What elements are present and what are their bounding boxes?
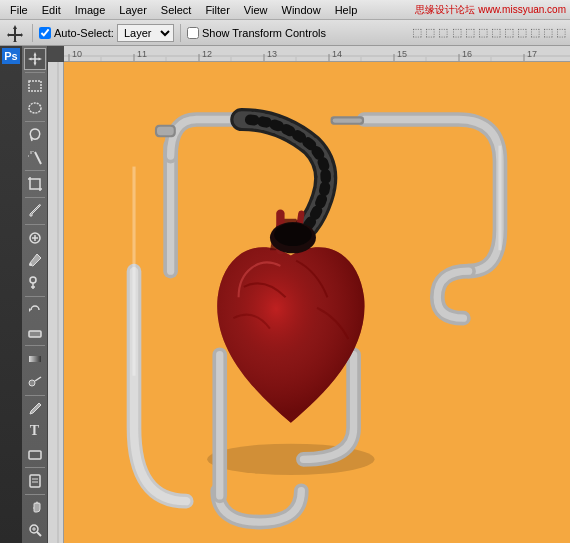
canvas-inner: 10 11 12 13 14 15 16 17 [48, 46, 570, 543]
tool-move[interactable] [24, 48, 46, 70]
svg-rect-52 [48, 62, 64, 543]
svg-rect-19 [30, 475, 40, 487]
svg-point-13 [30, 277, 36, 283]
tool-dodge[interactable] [24, 371, 46, 393]
menu-layer[interactable]: Layer [113, 3, 153, 17]
menu-help[interactable]: Help [329, 3, 364, 17]
tool-clone-stamp[interactable] [24, 272, 46, 294]
menu-filter[interactable]: Filter [199, 3, 235, 17]
tool-sep-9 [25, 467, 45, 468]
auto-select-dropdown[interactable]: Layer Group [117, 24, 174, 42]
tool-lasso[interactable] [24, 124, 46, 146]
artwork-svg [64, 62, 570, 543]
svg-rect-18 [29, 451, 41, 459]
svg-rect-65 [333, 118, 362, 122]
svg-rect-14 [29, 331, 41, 337]
transform-controls: ⬚ ⬚ ⬚ ⬚ ⬚ ⬚ ⬚ ⬚ ⬚ ⬚ ⬚ ⬚ [412, 26, 566, 39]
svg-text:12: 12 [202, 49, 212, 59]
tool-sep-1 [25, 72, 45, 73]
ps-panel: Ps [0, 46, 22, 543]
svg-text:15: 15 [397, 49, 407, 59]
tool-text[interactable]: T [24, 420, 46, 442]
svg-text:14: 14 [332, 49, 342, 59]
tool-sep-3 [25, 170, 45, 171]
svg-line-5 [35, 152, 41, 164]
tool-shape[interactable] [24, 443, 46, 465]
tool-rect-marquee[interactable] [24, 75, 46, 97]
menu-window[interactable]: Window [276, 3, 327, 17]
tool-eraser[interactable] [24, 322, 46, 344]
ruler-horizontal: 10 11 12 13 14 15 16 17 [64, 46, 570, 62]
svg-text:16: 16 [462, 49, 472, 59]
tool-zoom[interactable] [24, 519, 46, 541]
svg-rect-59 [157, 127, 174, 135]
svg-marker-0 [7, 25, 23, 42]
svg-marker-1 [28, 52, 42, 66]
svg-rect-15 [29, 356, 41, 362]
canvas-wrapper: 10 11 12 13 14 15 16 17 [48, 46, 570, 543]
auto-select-label: Auto-Select: [54, 27, 114, 39]
ruler-vertical [48, 62, 64, 543]
tool-eyedropper[interactable] [24, 200, 46, 222]
menu-view[interactable]: View [238, 3, 274, 17]
tool-sep-10 [25, 494, 45, 495]
menu-edit[interactable]: Edit [36, 3, 67, 17]
menu-image[interactable]: Image [69, 3, 112, 17]
toolbar-separator-2 [180, 24, 181, 42]
tool-magic-wand[interactable] [24, 147, 46, 169]
svg-text:10: 10 [72, 49, 82, 59]
tool-ellipse-marquee[interactable] [24, 97, 46, 119]
tool-history-brush[interactable] [24, 299, 46, 321]
menu-file[interactable]: File [4, 3, 34, 17]
ps-logo: Ps [2, 48, 20, 64]
menu-select[interactable]: Select [155, 3, 198, 17]
tool-notes[interactable] [24, 470, 46, 492]
auto-select-container: Auto-Select: Layer Group [39, 24, 174, 42]
tool-sep-7 [25, 345, 45, 346]
tool-healing[interactable] [24, 227, 46, 249]
svg-text:11: 11 [137, 49, 147, 59]
menu-bar: File Edit Image Layer Select Filter View… [0, 0, 570, 20]
svg-line-24 [37, 532, 41, 536]
tool-crop[interactable] [24, 173, 46, 195]
tool-sep-2 [25, 121, 45, 122]
tools-panel: T [22, 46, 48, 543]
svg-line-4 [31, 137, 32, 141]
tool-sep-5 [25, 224, 45, 225]
options-toolbar: Auto-Select: Layer Group Show Transform … [0, 20, 570, 46]
svg-point-12 [29, 263, 32, 266]
tool-sep-6 [25, 296, 45, 297]
document-canvas[interactable] [64, 62, 570, 543]
tool-pen[interactable] [24, 398, 46, 420]
show-transform-label: Show Transform Controls [202, 27, 326, 39]
tool-gradient[interactable] [24, 348, 46, 370]
tool-sep-4 [25, 197, 45, 198]
tool-brush[interactable] [24, 250, 46, 272]
svg-text:13: 13 [267, 49, 277, 59]
tool-hand[interactable] [24, 497, 46, 519]
watermark-text: 思缘设计论坛 www.missyuan.com [415, 3, 566, 17]
svg-point-16 [29, 380, 35, 386]
svg-line-17 [35, 377, 41, 381]
svg-point-63 [274, 223, 312, 246]
svg-point-3 [29, 103, 41, 113]
main-area: Ps [0, 46, 570, 543]
show-transform-container: Show Transform Controls [187, 27, 326, 39]
svg-rect-2 [29, 81, 41, 91]
tool-sep-8 [25, 395, 45, 396]
show-transform-checkbox[interactable] [187, 27, 199, 39]
auto-select-checkbox[interactable] [39, 27, 51, 39]
move-tool-icon[interactable] [4, 22, 26, 44]
svg-text:17: 17 [527, 49, 537, 59]
toolbar-separator-1 [32, 24, 33, 42]
